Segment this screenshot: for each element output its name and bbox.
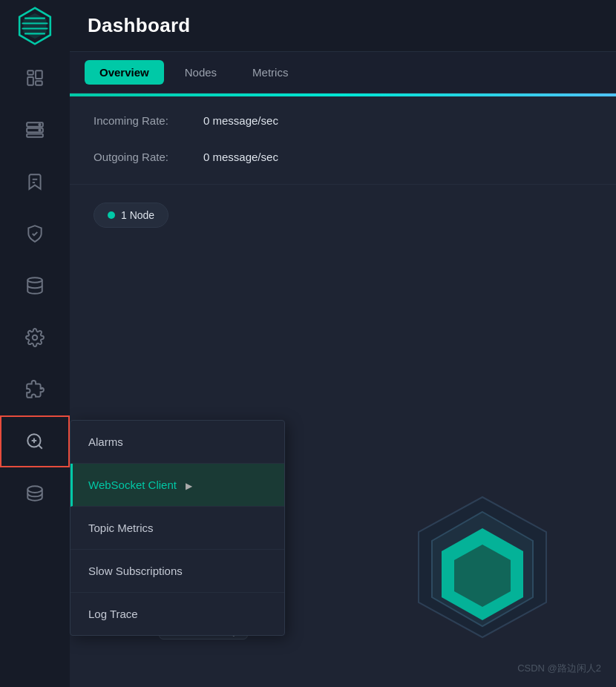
sidebar-item-dashboard[interactable] <box>0 52 70 104</box>
logo-area <box>0 0 70 52</box>
incoming-rate-value: 0 message/sec <box>203 114 278 127</box>
tab-bar: Overview Nodes Metrics <box>70 52 616 93</box>
svg-rect-6 <box>27 70 33 74</box>
outgoing-rate-row: Outgoing Rate: 0 message/sec <box>94 151 592 163</box>
svg-line-20 <box>39 445 42 449</box>
stats-panel: Incoming Rate: 0 message/sec Outgoing Ra… <box>70 93 616 185</box>
svg-rect-7 <box>27 77 33 85</box>
header: Dashboard <box>70 0 616 52</box>
dropdown-item-slow-subscriptions[interactable]: Slow Subscriptions <box>71 550 284 593</box>
svg-point-23 <box>27 486 42 493</box>
svg-rect-8 <box>36 70 42 79</box>
tab-nodes[interactable]: Nodes <box>170 60 232 85</box>
sidebar-item-diagnostics[interactable] <box>0 415 70 467</box>
dropdown-menu: Alarms WebSocket Client ▶ Topic Metrics … <box>70 420 285 636</box>
sidebar-item-bookmarks[interactable] <box>0 156 70 208</box>
svg-point-14 <box>39 129 40 131</box>
sidebar-item-storage[interactable] <box>0 467 70 519</box>
dropdown-item-log-trace[interactable]: Log Trace <box>71 593 284 635</box>
svg-point-13 <box>39 124 40 125</box>
svg-point-17 <box>27 277 42 283</box>
logo-icon <box>16 7 54 45</box>
sidebar-item-extensions[interactable] <box>0 364 70 415</box>
sidebar-item-settings[interactable] <box>0 312 70 364</box>
sidebar-item-security[interactable] <box>0 208 70 260</box>
dropdown-item-alarms[interactable]: Alarms <box>71 421 284 464</box>
svg-point-18 <box>33 335 38 341</box>
svg-marker-1 <box>23 13 46 39</box>
incoming-rate-label: Incoming Rate: <box>94 114 197 127</box>
hex-decoration <box>408 491 557 657</box>
sidebar <box>0 0 70 687</box>
watermark: CSDN @路边闲人2 <box>517 662 601 675</box>
tab-overview[interactable]: Overview <box>85 60 164 85</box>
main-content: Dashboard Overview Nodes Metrics Incomin… <box>70 0 616 687</box>
dropdown-item-websocket-client[interactable]: WebSocket Client ▶ <box>71 464 284 507</box>
node-panel: 1 Node <box>70 185 616 246</box>
content-area: Incoming Rate: 0 message/sec Outgoing Ra… <box>70 93 616 687</box>
outgoing-rate-value: 0 message/sec <box>203 151 278 163</box>
dropdown-item-topic-metrics[interactable]: Topic Metrics <box>71 507 284 550</box>
sidebar-item-database[interactable] <box>0 260 70 312</box>
svg-rect-9 <box>36 81 42 85</box>
top-accent-bar <box>70 93 616 96</box>
outgoing-rate-label: Outgoing Rate: <box>94 151 197 163</box>
page-title: Dashboard <box>88 14 191 37</box>
sidebar-item-servers[interactable] <box>0 104 70 156</box>
tab-metrics[interactable]: Metrics <box>237 60 303 85</box>
node-badge[interactable]: 1 Node <box>94 203 168 228</box>
incoming-rate-row: Incoming Rate: 0 message/sec <box>94 114 592 127</box>
node-badge-label: 1 Node <box>121 209 154 221</box>
node-status-dot <box>108 211 115 219</box>
svg-rect-12 <box>27 134 43 137</box>
